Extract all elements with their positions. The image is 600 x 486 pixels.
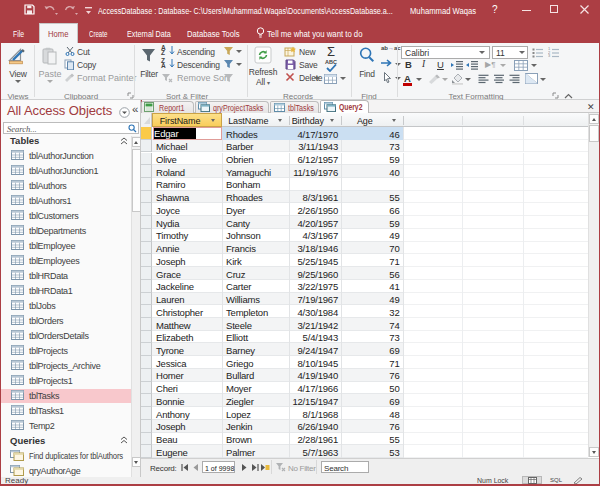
svg-text:3: 3 <box>548 53 551 58</box>
